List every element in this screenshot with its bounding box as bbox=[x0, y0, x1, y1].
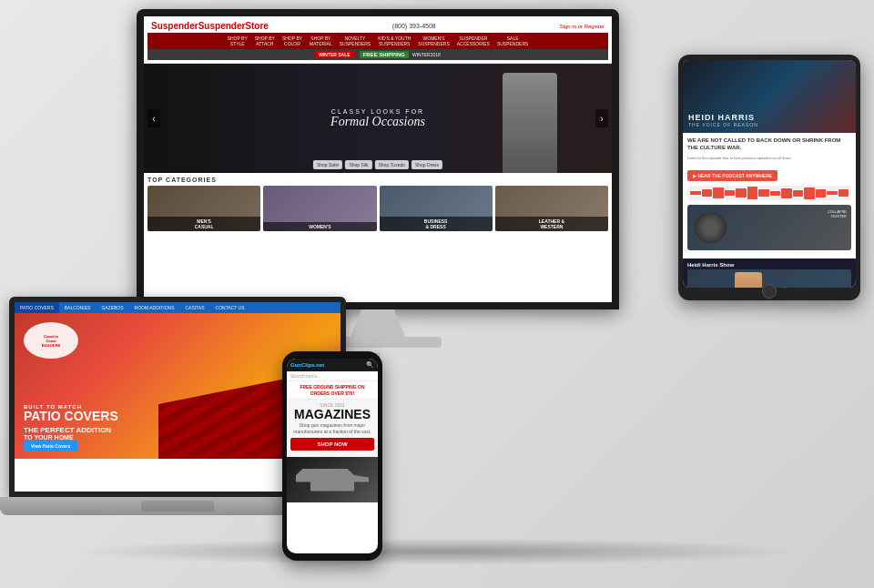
phone-promo-text: FREE GROUND SHIPPING ON ORDERS OVER $70! bbox=[290, 384, 374, 396]
phone-notch bbox=[319, 351, 346, 359]
tablet-body: WE ARE NOT CALLED TO BACK DOWN OR SHRINK… bbox=[683, 133, 856, 259]
scene: SuspenderSuspenderStore (800) 393-4508 S… bbox=[0, 0, 874, 588]
wave-bar-4 bbox=[725, 190, 736, 196]
hero-main-text: Formal Occasions bbox=[330, 115, 425, 129]
shop-silk-btn[interactable]: Shop Silk bbox=[345, 160, 371, 169]
nav-item-color[interactable]: SHOP BYCOLOR bbox=[282, 35, 302, 46]
laptop-hero-sub: THE PERFECT ADDITION bbox=[24, 426, 118, 434]
category-label-mens: MEN'SCASUAL bbox=[147, 217, 260, 231]
nav-item-style[interactable]: SHOP BYSTYLE bbox=[228, 35, 248, 46]
tablet-thumbnail-text: COLLAPSEROSTER bbox=[828, 209, 847, 218]
tablet-home-button[interactable] bbox=[762, 284, 777, 299]
lap-nav-patio[interactable]: PATIO COVERS bbox=[15, 302, 59, 313]
wave-bar-8 bbox=[770, 191, 781, 196]
shop-tuxedo-btn[interactable]: Shop Tuxedo bbox=[375, 160, 409, 169]
monitor-banner: WINTER SALE FREE SHIPPING WINTER2018 bbox=[147, 49, 608, 60]
phone-gun-shape bbox=[296, 469, 369, 492]
wave-bar-1 bbox=[690, 191, 701, 195]
phone-title: MAGAZINES bbox=[290, 408, 374, 421]
hero-small-text: CLASSY LOOKS FOR bbox=[330, 108, 425, 115]
monitor-signin[interactable]: Sign in or Register bbox=[560, 24, 605, 29]
laptop-hero-sub2: TO YOUR HOME bbox=[24, 434, 118, 441]
categories-grid: MEN'SCASUAL WOMEN'S BUSINESS& DRESS LEAT… bbox=[147, 186, 608, 231]
desktop-monitor: SuspenderSuspenderStore (800) 393-4508 S… bbox=[137, 9, 619, 346]
category-label-business: BUSINESS& DRESS bbox=[380, 217, 493, 231]
monitor-header-top: SuspenderSuspenderStore (800) 393-4508 S… bbox=[147, 19, 608, 33]
wave-bar-11 bbox=[804, 188, 815, 199]
tablet-hero: HEIDI HARRIS THE VOICE OF REASON bbox=[683, 60, 856, 133]
laptop-hero-text: BUILT TO MATCH PATIO COVERS THE PERFECT … bbox=[24, 404, 118, 441]
winter-sale-badge: WINTER SALE bbox=[315, 51, 353, 58]
phone-screen: GunClips.net 🔍 Search items... FREE GROU… bbox=[287, 359, 378, 553]
phone-gun-image bbox=[287, 457, 378, 502]
tablet-subtext: Listen to this episode free to hear prev… bbox=[687, 156, 851, 161]
tablet-outer: HEIDI HARRIS THE VOICE OF REASON WE ARE … bbox=[678, 55, 860, 300]
category-leather[interactable]: LEATHER &WESTERN bbox=[495, 186, 608, 231]
laptop-trackpad[interactable] bbox=[141, 501, 214, 512]
nav-item-accessories[interactable]: SUSPENDERACCESSORIES bbox=[457, 35, 490, 46]
shop-dress-btn[interactable]: Shop Dress bbox=[412, 160, 442, 169]
laptop-view-patio-btn[interactable]: View Patio Covers bbox=[24, 441, 77, 451]
phone-subtitle: Shop gun magazines from major manufactur… bbox=[290, 422, 374, 434]
monitor-hero-buttons: Shop Satin Shop Silk Shop Tuxedo Shop Dr… bbox=[313, 160, 442, 169]
lap-nav-gazebos[interactable]: GAZEBOS bbox=[96, 302, 128, 313]
tablet: HEIDI HARRIS THE VOICE OF REASON WE ARE … bbox=[678, 55, 860, 300]
nav-item-material[interactable]: SHOP BYMATERIAL bbox=[310, 35, 332, 46]
phone-promo: FREE GROUND SHIPPING ON ORDERS OVER $70! bbox=[287, 381, 378, 400]
tablet-thumbnail: COLLAPSEROSTER bbox=[687, 205, 851, 250]
wave-bar-10 bbox=[793, 190, 804, 197]
tablet-host-subtitle: THE VOICE OF REASON bbox=[688, 122, 758, 127]
laptop-logo-text: Coast toCoastBUILDERS bbox=[42, 334, 60, 348]
hero-next-arrow[interactable]: › bbox=[595, 109, 608, 127]
lap-nav-balconies[interactable]: BALCONIES bbox=[59, 302, 97, 313]
phone: GunClips.net 🔍 Search items... FREE GROU… bbox=[282, 351, 382, 561]
shop-satin-btn[interactable]: Shop Satin bbox=[313, 160, 342, 169]
monitor-header: SuspenderSuspenderStore (800) 393-4508 S… bbox=[144, 16, 612, 64]
wave-bar-2 bbox=[702, 189, 713, 197]
tablet-bottom-title: Heidi Harris Show bbox=[687, 262, 851, 268]
nav-item-novelty[interactable]: NOVELTYSUSPENDERS bbox=[340, 35, 371, 46]
monitor-hero: CLASSY LOOKS FOR Formal Occasions ‹ › Sh… bbox=[144, 64, 612, 173]
promo-code: WINTER2018 bbox=[412, 52, 441, 57]
laptop-logo: Coast toCoastBUILDERS bbox=[24, 322, 78, 359]
phone-outer: GunClips.net 🔍 Search items... FREE GROU… bbox=[282, 351, 382, 561]
nav-item-sale[interactable]: SALESUSPENDERS bbox=[497, 35, 528, 46]
hero-prev-arrow[interactable]: ‹ bbox=[147, 109, 160, 127]
nav-item-womens[interactable]: WOMEN'SSUSPENDERS bbox=[418, 35, 449, 46]
category-mens-casual[interactable]: MEN'SCASUAL bbox=[147, 186, 260, 231]
laptop-hero-big: PATIO COVERS bbox=[24, 410, 118, 422]
category-business[interactable]: BUSINESS& DRESS bbox=[380, 186, 493, 231]
tablet-podcast-btn[interactable]: ▶ HEAR THE PODCAST ANYWHERE bbox=[687, 170, 777, 181]
category-label-leather: LEATHER &WESTERN bbox=[495, 217, 608, 231]
monitor-phone: (800) 393-4508 bbox=[392, 23, 436, 29]
tablet-waveform bbox=[687, 186, 851, 200]
monitor-screen-outer: SuspenderSuspenderStore (800) 393-4508 S… bbox=[137, 9, 619, 309]
wave-bar-12 bbox=[816, 189, 827, 198]
wave-bar-5 bbox=[736, 188, 747, 198]
nav-item-kids[interactable]: KID'S & YOUTHSUSPENDERS bbox=[378, 35, 411, 46]
lap-nav-room[interactable]: ROOM ADDITIONS bbox=[129, 302, 180, 313]
tablet-hero-text: HEIDI HARRIS THE VOICE OF REASON bbox=[688, 113, 758, 127]
phone-header-icons: 🔍 bbox=[366, 361, 374, 369]
phone-logo: GunClips.net bbox=[290, 362, 324, 368]
tablet-bottom-person bbox=[735, 272, 762, 288]
tablet-thumbnail-gorilla bbox=[695, 212, 727, 244]
nav-item-attachment[interactable]: SHOP BYATTACH bbox=[255, 35, 275, 46]
categories-title: TOP CATEGORIES bbox=[147, 177, 608, 183]
monitor-logo: SuspenderSuspenderStore bbox=[151, 21, 269, 31]
tablet-screen: HEIDI HARRIS THE VOICE OF REASON WE ARE … bbox=[683, 60, 856, 288]
monitor-nav: SHOP BYSTYLE SHOP BYATTACH SHOP BYCOLOR … bbox=[147, 33, 608, 49]
phone-search[interactable]: Search items... bbox=[287, 371, 378, 381]
monitor-hero-text: CLASSY LOOKS FOR Formal Occasions bbox=[330, 108, 425, 129]
wave-bar-3 bbox=[713, 188, 724, 198]
monitor-stand-neck bbox=[351, 309, 405, 337]
phone-shop-btn[interactable]: SHOP NOW bbox=[290, 438, 374, 451]
wave-bar-9 bbox=[781, 188, 792, 198]
phone-header: GunClips.net 🔍 bbox=[287, 359, 378, 371]
tablet-host-name: HEIDI HARRIS bbox=[688, 113, 758, 122]
lap-nav-casitas[interactable]: CASITAS bbox=[179, 302, 209, 313]
monitor-screen: SuspenderSuspenderStore (800) 393-4508 S… bbox=[144, 16, 612, 302]
lap-nav-contact[interactable]: CONTACT US bbox=[210, 302, 250, 313]
category-womens[interactable]: WOMEN'S bbox=[263, 186, 376, 231]
phone-main: SINCE 2001 MAGAZINES Shop gun magazines … bbox=[287, 400, 378, 457]
